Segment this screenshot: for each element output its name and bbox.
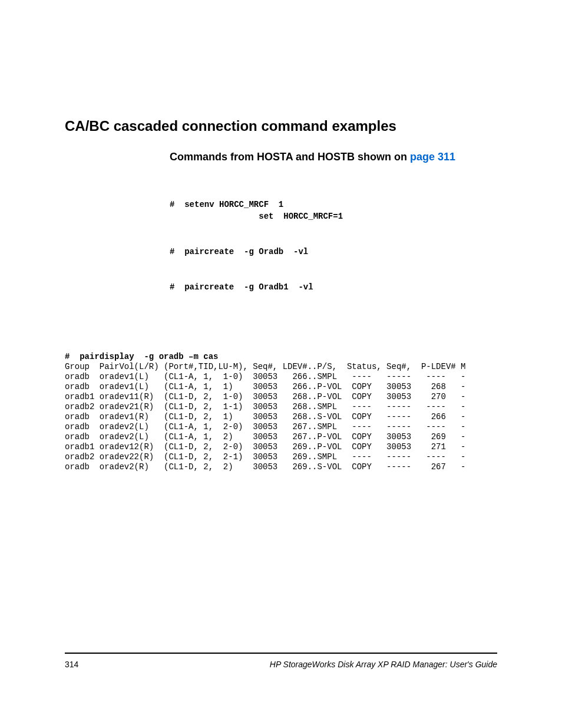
table-row: oradb oradev1(L) (CL1-A, 1, 1) 30053 266… <box>65 382 466 391</box>
cmd-pairdisplay: # pairdisplay -g oradb –m cas <box>65 352 218 361</box>
table-row: oradb oradev2(L) (CL1-A, 1, 2) 30053 267… <box>65 432 466 442</box>
subsection-heading: Commands from HOSTA and HOSTB shown on p… <box>65 151 497 163</box>
table-row: oradb oradev1(R) (CL1-D, 2, 1) 30053 268… <box>65 412 466 421</box>
page-link[interactable]: page 311 <box>410 151 455 163</box>
table-row: oradb1 oradev11(R) (CL1-D, 2, 1-0) 30053… <box>65 392 466 401</box>
command-block-1: # setenv HORCC_MRCF 1 set HORCC_MRCF=1 <box>170 199 497 222</box>
pairdisplay-output: # pairdisplay -g oradb –m cas Group Pair… <box>65 352 497 472</box>
command-block-2: # paircreate -g Oradb -vl <box>170 246 497 258</box>
footer-title: HP StorageWorks Disk Array XP RAID Manag… <box>270 660 497 669</box>
subheading-prefix: Commands from HOSTA and HOSTB shown on <box>170 151 410 163</box>
table-row: oradb oradev2(L) (CL1-A, 1, 2-0) 30053 2… <box>65 422 466 431</box>
section-heading: CA/BC cascaded connection command exampl… <box>65 118 497 134</box>
cmd-paircreate-oradb: # paircreate -g Oradb -vl <box>170 247 308 256</box>
table-row: oradb2 oradev22(R) (CL1-D, 2, 2-1) 30053… <box>65 452 466 462</box>
table-row: oradb2 oradev21(R) (CL1-D, 2, 1-1) 30053… <box>65 402 466 411</box>
table-header-row: Group PairVol(L/R) (Port#,TID,LU-M), Seq… <box>65 362 466 371</box>
table-row: oradb oradev1(L) (CL1-A, 1, 1-0) 30053 2… <box>65 372 466 381</box>
page-number: 314 <box>65 660 78 669</box>
cmd-setenv: # setenv HORCC_MRCF 1 <box>170 200 283 209</box>
table-row: oradb oradev2(R) (CL1-D, 2, 2) 30053 269… <box>65 462 466 472</box>
cmd-set: set HORCC_MRCF=1 <box>170 212 343 221</box>
page-footer: 314 HP StorageWorks Disk Array XP RAID M… <box>65 653 497 669</box>
command-block-3: # paircreate -g Oradb1 -vl <box>170 281 497 293</box>
cmd-paircreate-oradb1: # paircreate -g Oradb1 -vl <box>170 282 313 292</box>
table-row: oradb1 oradev12(R) (CL1-D, 2, 2-0) 30053… <box>65 442 466 452</box>
